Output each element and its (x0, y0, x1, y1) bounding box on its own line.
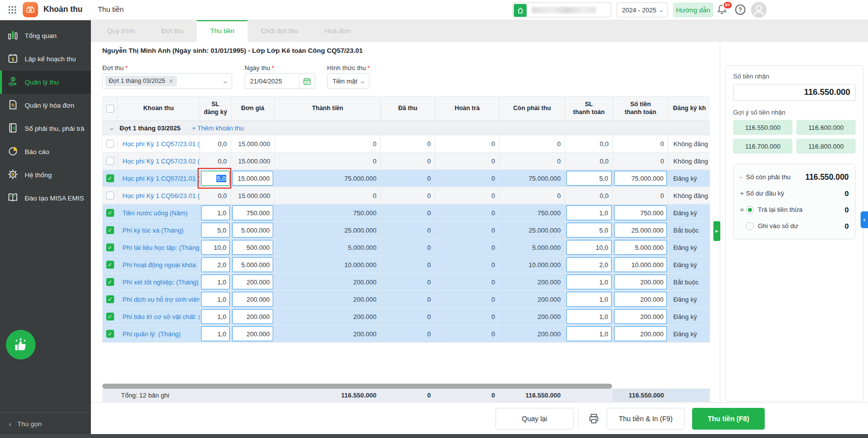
scrollbar-thumb[interactable] (102, 384, 612, 389)
row-checkbox[interactable]: ✓ (106, 295, 114, 303)
don-gia-input[interactable]: 5.000.000 (232, 257, 273, 272)
sl-thanh-toan-input[interactable]: 10,0 (566, 240, 612, 255)
table-row[interactable]: ✓Phí xét tốt nghiệp: (Tháng)1,0200.00020… (103, 274, 710, 291)
fee-name-link[interactable]: Phí tài liệu học tập: (Tháng) (123, 244, 200, 251)
so-tien-nhan-input[interactable]: 116.550.000 (733, 84, 856, 101)
so-tien-thanh-toan-input[interactable]: 75.000.000 (614, 171, 667, 186)
guide-button[interactable]: Hướng dẫn (673, 2, 713, 17)
sl-thanh-toan-input[interactable]: 1,0 (566, 326, 612, 341)
notifications-bell-icon[interactable]: 9+ (716, 3, 729, 16)
don-gia-input[interactable]: 200.000 (232, 326, 273, 341)
ghi-vao-so-du-radio[interactable] (746, 222, 754, 230)
sidebar-item-quan-ly-hoa-don[interactable]: Quản lý hóa đơn (0, 94, 91, 117)
so-tien-thanh-toan-input[interactable]: 200.000 (614, 275, 667, 289)
table-row[interactable]: ✓Tiền nước uống (Năm)1,0750.000750.00000… (103, 204, 710, 222)
row-checkbox[interactable]: ✓ (106, 313, 114, 320)
table-row[interactable]: ✓Phí ký túc xá (Tháng)5,05.000.00025.000… (103, 222, 710, 239)
sl-dang-ky-input[interactable]: 1,0 (201, 275, 230, 289)
fee-name-link[interactable]: Phí ký túc xá (Tháng) (123, 227, 184, 234)
so-tien-thanh-toan-input[interactable]: 200.000 (614, 326, 667, 341)
add-fee-link[interactable]: + Thêm khoản thu (192, 124, 244, 132)
sl-thanh-toan-input[interactable]: 5,0 (566, 223, 612, 238)
sl-thanh-toan-input[interactable]: 5,0 (566, 171, 612, 186)
sl-thanh-toan-input[interactable]: 1,0 (566, 292, 612, 307)
row-checkbox[interactable]: ✓ (106, 174, 114, 182)
suggestion-chip[interactable]: 116.600.000 (796, 120, 856, 135)
fee-name-link[interactable]: Học phí Kỳ 1 CQ57/21.01 (T... (123, 175, 200, 182)
table-row[interactable]: ✓Phí quản lý: (Tháng)1,0200.000200.00000… (103, 325, 710, 343)
row-checkbox[interactable]: ✓ (106, 226, 114, 234)
fee-name-link[interactable]: Phí dịch vụ hỗ trợ sinh viên:... (123, 296, 200, 303)
table-row[interactable]: ✓Phí bảo trì cơ sở vật chất: (...1,0200.… (103, 308, 710, 325)
suggestion-chip[interactable]: 116.550.000 (733, 120, 792, 135)
sl-dang-ky-input[interactable]: 10,0 (201, 240, 230, 255)
hinh-thuc-thu-select[interactable]: Tiền mặt ⌄ (327, 73, 370, 89)
tab-hoa-don[interactable]: Hoá đơn (311, 20, 364, 42)
don-gia-input[interactable]: 5.000.000 (232, 223, 273, 238)
khoan-thu-app-icon[interactable]: $ (23, 2, 38, 17)
collect-print-button[interactable]: Thu tiền & In (F9) (607, 408, 685, 430)
remove-tag-icon[interactable]: ✕ (169, 78, 173, 84)
row-checkbox[interactable]: ✓ (106, 243, 114, 251)
don-gia-input[interactable]: 200.000 (232, 292, 273, 307)
sl-thanh-toan-input[interactable]: 1,0 (566, 275, 612, 289)
row-checkbox[interactable] (106, 192, 114, 199)
sidebar-item-quan-ly-thu[interactable]: $ Quản lý thu (0, 71, 91, 94)
row-checkbox[interactable]: ✓ (106, 278, 114, 286)
sl-dang-ky-input[interactable]: 1,0 (201, 205, 230, 220)
fee-name-link[interactable]: Phí hoạt động ngoại khóa: (... (123, 261, 200, 269)
sl-dang-ky-input[interactable]: 5,0 (201, 223, 230, 238)
fee-name-link[interactable]: Tiền nước uống (Năm) (123, 209, 188, 217)
sidebar-item-so-phai-thu-phai-tra[interactable]: $ Sổ phải thu, phải trả (0, 117, 91, 140)
school-search-field[interactable] (512, 2, 611, 17)
print-button[interactable] (583, 408, 605, 430)
suggestion-chip[interactable]: 116.700.000 (733, 139, 792, 154)
so-tien-thanh-toan-input[interactable]: 200.000 (614, 309, 667, 324)
sidebar-item-he-thong[interactable]: Hệ thống (0, 163, 91, 187)
sl-dang-ky-input[interactable]: 2,0 (201, 257, 230, 272)
row-checkbox[interactable]: ✓ (106, 209, 114, 217)
school-year-select[interactable]: 2024 - 2025 ⌄ (617, 2, 668, 17)
don-gia-input[interactable]: 200.000 (232, 309, 273, 324)
sl-dang-ky-input[interactable]: 1,0 (201, 326, 230, 341)
tab-chot-dot-thu[interactable]: Chốt đợt thu (248, 20, 311, 42)
row-checkbox[interactable] (106, 157, 114, 165)
don-gia-input[interactable]: 15.000.000 (232, 171, 273, 186)
don-gia-input[interactable]: 500.000 (232, 240, 273, 255)
so-tien-thanh-toan-input[interactable]: 750.000 (614, 205, 667, 220)
table-row[interactable]: Học phí Kỳ 1 CQ57/23.01 (T...0,015.000.0… (103, 135, 710, 153)
sidebar-item-tong-quan[interactable]: Tổng quan (0, 24, 91, 47)
avatar[interactable] (751, 2, 767, 18)
sidebar-item-dao-tao-misa-emis[interactable]: Đào tạo MISA EMIS (0, 187, 91, 210)
dot-thu-select[interactable]: Đợt 1 tháng 03/2025✕ ⌄ (102, 73, 232, 89)
feedback-promo-button[interactable] (6, 330, 36, 359)
fee-name-link[interactable]: Học phí Kỳ 1 CQ56/23.01 (T... (123, 192, 200, 199)
sl-thanh-toan-input[interactable]: 1,0 (566, 309, 612, 324)
chevron-down-icon[interactable]: ⌄ (108, 124, 115, 131)
row-checkbox[interactable] (106, 140, 114, 148)
home-icon[interactable] (514, 4, 527, 17)
table-row[interactable]: ✓Phí dịch vụ hỗ trợ sinh viên:...1,0200.… (103, 291, 710, 308)
sl-thanh-toan-input[interactable]: 2,0 (566, 257, 612, 272)
tab-quy-trinh[interactable]: Quy trình (94, 20, 148, 42)
sidebar-item-lap-ke-hoach-thu[interactable]: $ Lập kế hoạch thu (0, 47, 91, 71)
back-button[interactable]: Quay lại (496, 408, 574, 430)
table-row[interactable]: ✓Học phí Kỳ 1 CQ57/21.01 (T...5,015.000.… (103, 170, 710, 187)
collapse-panel-arrow[interactable]: ‹ (861, 211, 868, 228)
sidebar-collapse[interactable]: ‹ Thu gọn (0, 412, 91, 432)
so-tien-thanh-toan-input[interactable]: 10.000.000 (614, 257, 667, 272)
table-row[interactable]: ✓Phí hoạt động ngoại khóa: (...2,05.000.… (103, 256, 710, 274)
row-checkbox[interactable]: ✓ (106, 261, 114, 269)
sl-dang-ky-input[interactable]: 1,0 (201, 309, 230, 324)
don-gia-input[interactable]: 200.000 (232, 275, 273, 289)
tab-thu-tien[interactable]: Thu tiền (197, 20, 248, 42)
help-icon[interactable]: ? (735, 4, 745, 15)
suggestion-chip[interactable]: 116.800.000 (796, 139, 856, 154)
sidebar-item-bao-cao[interactable]: Báo cáo (0, 140, 91, 163)
fee-name-link[interactable]: Phí quản lý: (Tháng) (123, 330, 181, 338)
fee-name-link[interactable]: Phí bảo trì cơ sở vật chất: (... (123, 313, 200, 320)
collect-button[interactable]: Thu tiền (F8) (692, 408, 765, 430)
select-all-checkbox[interactable] (106, 105, 114, 113)
don-gia-input[interactable]: 750.000 (232, 205, 273, 220)
horizontal-scrollbar[interactable] (102, 384, 710, 389)
